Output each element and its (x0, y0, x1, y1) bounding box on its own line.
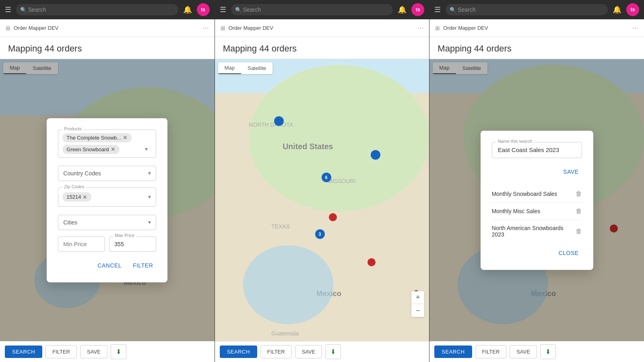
map-tab-satellite-2[interactable]: Satellite (241, 62, 272, 74)
filter-button-1[interactable]: FILTER (45, 345, 77, 358)
download-button-1[interactable]: ⬇ (111, 344, 126, 359)
search-icon-2: 🔍 (235, 7, 242, 13)
zoom-in-2[interactable]: + (411, 291, 424, 304)
saved-search-2-delete[interactable]: 🗑 (576, 208, 582, 215)
save-name-label: Name this search (496, 139, 534, 144)
saved-search-3-name: North American Snowboards 2023 (492, 225, 576, 238)
tab-label-3: ⊞ Order Mapper DEV (435, 25, 488, 31)
app-icon-3: ⊞ (435, 25, 440, 31)
search-button-2[interactable]: SEARCH (220, 346, 257, 358)
products-label: Products (62, 126, 83, 131)
svg-point-15 (243, 245, 333, 324)
search-input-3[interactable] (446, 4, 608, 15)
zip-codes-section: Zip Codes 15214 ✕ ▼ (58, 187, 156, 207)
search-input-1[interactable] (16, 4, 178, 15)
saved-searches-list: Monthly Snowboard Sales 🗑 Monthly Misc S… (492, 185, 582, 243)
zip-tag-1: 15214 ✕ (62, 192, 91, 202)
products-field-group: Products The Complete Snowb... ✕ Green S… (58, 130, 156, 158)
search-wrapper-1: 🔍 (16, 4, 178, 15)
map-pin-3: 3 (315, 229, 325, 239)
filter-modal: Products The Complete Snowb... ✕ Green S… (47, 118, 167, 282)
hamburger-icon-3[interactable]: ☰ (434, 5, 441, 14)
app-icon-1: ⊞ (6, 25, 10, 31)
page-header-1: Mapping 44 orders (0, 37, 215, 59)
bottom-toolbar-3: SEARCH FILTER SAVE ⬇ (429, 341, 644, 362)
avatar-2: ts (411, 3, 424, 16)
search-button-1[interactable]: SEARCH (5, 346, 42, 358)
zip-codes-tags: 15214 ✕ ▼ (62, 191, 152, 203)
country-codes-label: Country Codes (63, 170, 101, 177)
max-price-input[interactable] (109, 237, 156, 252)
map-area-1: United States TEXAS Mexico Map Satellite… (0, 59, 215, 341)
tab-bar-2: ⊞ Order Mapper DEV ··· (215, 19, 429, 37)
product-tag-1-remove[interactable]: ✕ (123, 135, 128, 140)
page-header-2: Mapping 44 orders (215, 37, 429, 59)
map-tab-map-2[interactable]: Map (218, 62, 241, 74)
save-button-3[interactable]: SAVE (510, 345, 537, 358)
products-tags: The Complete Snowb... ✕ Green Snowboard … (62, 133, 152, 154)
map-pin-6: 6 (322, 173, 331, 182)
bell-icon-1[interactable]: 🔔 (183, 5, 192, 14)
save-close-button[interactable]: CLOSE (555, 247, 582, 259)
close-action: CLOSE (492, 247, 582, 259)
filter-apply-button[interactable]: FILTER (130, 260, 156, 271)
filter-button-2[interactable]: FILTER (260, 345, 292, 358)
save-name-input[interactable] (498, 146, 576, 153)
map-pin-red-1 (329, 213, 337, 221)
filter-cancel-button[interactable]: CANCEL (94, 260, 125, 271)
search-icon-3: 🔍 (450, 7, 456, 13)
saved-search-1-delete[interactable]: 🗑 (576, 190, 582, 197)
avatar-1: ts (197, 3, 210, 16)
cities-wrapper: Cities ▼ (58, 215, 156, 230)
tab-label-1: ⊞ Order Mapper DEV (6, 25, 58, 31)
country-codes-arrow: ▼ (147, 171, 152, 176)
search-wrapper-2: 🔍 (231, 4, 393, 15)
search-button-3[interactable]: SEARCH (434, 346, 472, 358)
zip-codes-label: Zip Codes (62, 184, 86, 189)
save-name-wrapper: Name this search (492, 142, 582, 158)
min-price-wrapper (58, 237, 105, 252)
download-button-2[interactable]: ⬇ (325, 344, 341, 359)
zip-dropdown-arrow[interactable]: ▼ (147, 194, 152, 200)
app-icon-2: ⊞ (221, 25, 225, 31)
bell-icon-3[interactable]: 🔔 (613, 5, 621, 14)
cities-select[interactable]: Cities ▼ (58, 215, 156, 230)
filter-button-3[interactable]: FILTER (475, 345, 507, 358)
svg-text:United States: United States (283, 142, 333, 151)
download-button-3[interactable]: ⬇ (540, 344, 556, 359)
map-pin-top-left (274, 116, 284, 126)
hamburger-icon[interactable]: ☰ (5, 5, 11, 14)
map-area-3: United States Mexico Map Satellite Name … (429, 59, 644, 341)
bell-icon-2[interactable]: 🔔 (398, 5, 407, 14)
zoom-out-2[interactable]: − (411, 304, 424, 317)
save-action: SAVE (492, 166, 582, 177)
saved-search-2: Monthly Misc Sales 🗑 (492, 203, 582, 220)
save-modal-overlay: Name this search SAVE Monthly Snowboard … (429, 59, 644, 341)
product-tag-2: Green Snowboard ✕ (62, 145, 120, 154)
min-price-input[interactable] (58, 237, 105, 252)
saved-search-3-delete[interactable]: 🗑 (576, 228, 582, 235)
tab-title-3: Order Mapper DEV (443, 25, 488, 31)
tab-more-2[interactable]: ··· (417, 24, 423, 32)
products-dropdown-arrow[interactable]: ▼ (144, 146, 149, 152)
saved-search-2-name: Monthly Misc Sales (492, 208, 541, 214)
page-header-3: Mapping 44 orders (429, 37, 644, 59)
tab-more-3[interactable]: ··· (632, 24, 638, 32)
filter-modal-overlay: Products The Complete Snowb... ✕ Green S… (0, 59, 215, 341)
hamburger-icon-2[interactable]: ☰ (220, 5, 226, 14)
tab-more-1[interactable]: ··· (203, 24, 209, 32)
zoom-controls-2: + − (411, 291, 424, 317)
price-row: Max Price (58, 237, 156, 252)
product-tag-2-remove[interactable]: ✕ (111, 146, 116, 152)
topbar-3: ☰ 🔍 🔔 ts (429, 0, 644, 19)
zip-tag-1-remove[interactable]: ✕ (83, 194, 87, 200)
saved-search-1-name: Monthly Snowboard Sales (492, 191, 557, 197)
topbar-2: ☰ 🔍 🔔 ts (215, 0, 429, 19)
map-area-2: United States NORTH DAKOTA MISSOURI TEXA… (215, 59, 429, 341)
save-button-2[interactable]: SAVE (295, 345, 322, 358)
country-codes-select[interactable]: Country Codes ▼ (58, 166, 156, 181)
save-modal: Name this search SAVE Monthly Snowboard … (481, 131, 593, 270)
save-button-1[interactable]: SAVE (80, 345, 107, 358)
search-input-2[interactable] (231, 4, 393, 15)
save-confirm-button[interactable]: SAVE (560, 166, 582, 177)
